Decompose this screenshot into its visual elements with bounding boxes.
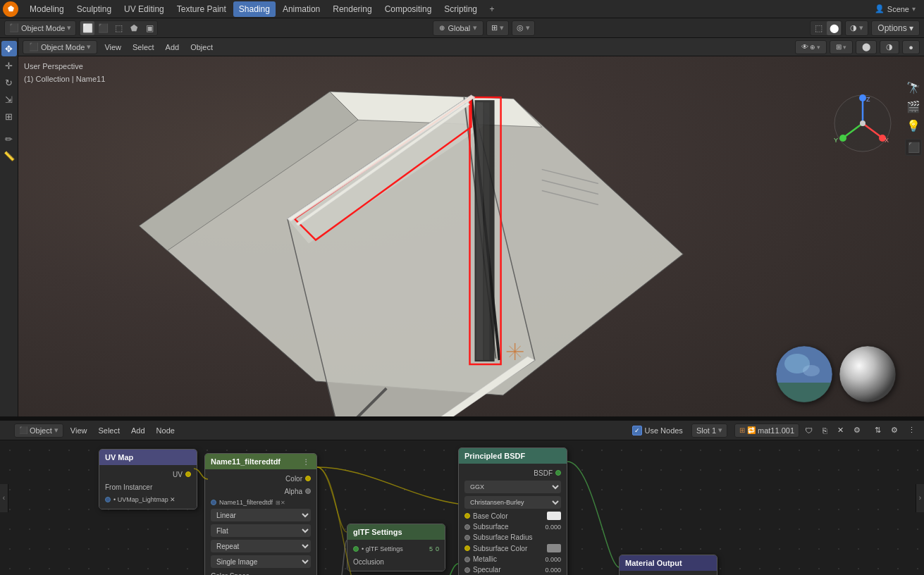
viewport-mode-btn[interactable]: ⬛ Object Mode ▾ — [23, 40, 97, 54]
wireframe-toggle[interactable]: ⬚ — [811, 21, 825, 35]
material-shield-btn[interactable]: 🛡 — [801, 423, 817, 438]
viewport-add-btn[interactable]: Add — [161, 40, 184, 54]
interpolation-select[interactable]: Linear — [211, 509, 311, 521]
transform-orientation-dropdown[interactable]: ⊕ Global ▾ — [433, 20, 483, 36]
viewport-square-btn[interactable]: ⬛ — [905, 139, 922, 156]
bsdf-cb-select[interactable]: Christansen-Burley — [464, 496, 561, 509]
gltf-in-socket[interactable] — [353, 546, 359, 552]
uv-output-socket[interactable] — [185, 471, 191, 477]
image-texture-node[interactable]: Name11_filteredtdf ⋮ Color Alpha Name11_… — [204, 453, 317, 575]
extra-select-btn[interactable]: ⬟ — [127, 21, 141, 35]
sub-color-swatch[interactable] — [547, 544, 561, 552]
base-color-socket[interactable] — [464, 513, 470, 519]
solid-toggle[interactable]: ⬤ — [827, 21, 841, 35]
color-out-socket[interactable] — [305, 476, 311, 481]
node-add-btn[interactable]: Add — [127, 423, 149, 438]
projection-select[interactable]: Flat — [211, 524, 311, 537]
select-all-btn[interactable]: ▣ — [142, 21, 156, 35]
viewport-overlay-btn[interactable]: 👁 ⊕ ▾ — [795, 40, 827, 54]
repeat-select[interactable]: Repeat — [211, 540, 311, 552]
alpha-out-socket[interactable] — [305, 488, 311, 494]
material-output-node[interactable]: Material Output All Surface — [619, 555, 717, 575]
node-editor-left-collapse[interactable]: ‹ — [0, 484, 8, 512]
material-copy-btn[interactable]: ⎘ — [818, 423, 832, 438]
material-delete-btn[interactable]: ✕ — [833, 423, 848, 438]
viewport-shading-render-btn[interactable]: ● — [902, 40, 920, 54]
menu-item-texture-paint[interactable]: Texture Paint — [171, 1, 232, 17]
viewport-camera-btn[interactable]: 🎬 — [905, 98, 922, 115]
annotate-tool[interactable]: ✏ — [1, 131, 17, 147]
img-node-extra[interactable]: ⋮ — [301, 457, 311, 466]
node-editor-sync-btn[interactable]: ⇅ — [870, 423, 885, 438]
lasso-select-btn[interactable]: ⬚ — [111, 21, 125, 35]
snap-toggle[interactable]: ⊞ ▾ — [486, 20, 509, 36]
cursor-tool[interactable]: ✥ — [1, 41, 17, 56]
viewport-select-btn[interactable]: Select — [128, 40, 159, 54]
img-in-socket[interactable] — [211, 500, 216, 505]
scale-tool[interactable]: ⇲ — [1, 92, 17, 107]
node-mode-label: Object — [30, 426, 52, 435]
circle-select-btn[interactable]: ⬛ — [96, 21, 110, 35]
viewport-shading-extra[interactable]: ◑ ▾ — [845, 20, 868, 36]
proportional-editing-btn[interactable]: ◎ ▾ — [512, 20, 535, 36]
svg-rect-11 — [484, 102, 490, 360]
menu-item-shading[interactable]: Shading — [233, 1, 276, 17]
measure-tool[interactable]: 📏 — [1, 148, 17, 163]
scene-label: Scene — [887, 5, 909, 13]
uv-map-node[interactable]: UV Map UV From Instancer • UVMap_Lightma… — [99, 449, 197, 509]
options-button[interactable]: Options ▾ — [871, 20, 920, 36]
menu-item-animation[interactable]: Animation — [277, 1, 326, 17]
specular-socket[interactable] — [464, 567, 470, 573]
menu-item-sculpting[interactable]: Sculpting — [71, 1, 117, 17]
node-view-btn[interactable]: View — [66, 423, 92, 438]
viewport-lock-btn[interactable]: 🔭 — [905, 79, 922, 96]
node-editor-extra-btn[interactable]: ⋮ — [904, 423, 920, 438]
add-workspace-button[interactable]: + — [484, 1, 500, 17]
menu-item-rendering[interactable]: Rendering — [327, 1, 377, 17]
viewport-object-btn[interactable]: Object — [186, 40, 217, 54]
node-img-btns: ⊞✕ — [276, 500, 285, 506]
menu-item-compositing[interactable]: Compositing — [379, 1, 438, 17]
bsdf-ggx-select[interactable]: GGX — [464, 481, 561, 493]
gltf-settings-label: • glTF Settings — [362, 545, 403, 552]
viewport-view-btn[interactable]: View — [100, 40, 125, 54]
viewport-canvas[interactable]: User Perspective (1) Collection | Name11 — [18, 56, 924, 416]
environment-preview-ball — [776, 346, 832, 402]
use-nodes-checkbox[interactable]: ✓ — [632, 426, 642, 435]
viewport-3d[interactable]: ⬛ Object Mode ▾ View Select Add Object 👁… — [18, 38, 924, 416]
use-nodes-toggle[interactable]: ✓ Use Nodes — [632, 426, 682, 435]
subsurface-socket[interactable] — [464, 524, 470, 530]
navigation-gizmo[interactable]: Z X Y — [831, 92, 894, 157]
node-canvas[interactable]: UV Map UV From Instancer • UVMap_Lightma… — [0, 440, 924, 575]
mode-menu-button[interactable]: ⬛ Object Mode ▾ — [4, 20, 76, 36]
viewport-light-btn[interactable]: 💡 — [905, 117, 922, 134]
base-color-swatch[interactable] — [547, 512, 561, 520]
sub-radius-socket[interactable] — [464, 535, 470, 540]
principled-bsdf-node[interactable]: Principled BSDF BSDF GGX Christanse — [458, 447, 567, 575]
menu-item-uv-editing[interactable]: UV Editing — [118, 1, 170, 17]
node-node-btn[interactable]: Node — [152, 423, 179, 438]
sub-radius-label: Subsurface Radius — [473, 533, 533, 541]
viewport-shading-solid-btn[interactable]: ⬤ — [856, 40, 877, 54]
bsdf-out-socket[interactable] — [555, 470, 561, 476]
uv-uvmap-socket[interactable] — [105, 497, 111, 502]
slot-dropdown[interactable]: Slot 1 ▾ — [691, 423, 727, 438]
gltf-settings-node[interactable]: glTF Settings • glTF Settings 5 0 Occlus… — [347, 524, 445, 571]
transform-tool[interactable]: ⊞ — [1, 109, 17, 124]
menu-item-scripting[interactable]: Scripting — [438, 1, 483, 17]
node-editor-settings-btn[interactable]: ⚙ — [887, 423, 902, 438]
menu-item-modeling[interactable]: Modeling — [24, 1, 70, 17]
viewport-shading-material-btn[interactable]: ◑ — [880, 40, 899, 54]
material-name-field[interactable]: ⊞ 🔁 mat11.001 — [734, 423, 799, 438]
move-tool[interactable]: ✛ — [1, 58, 17, 73]
rotate-tool[interactable]: ↻ — [1, 75, 17, 90]
box-select-btn[interactable]: ⬜ — [80, 21, 94, 35]
node-select-btn[interactable]: Select — [94, 423, 124, 438]
material-browse-btn[interactable]: ⚙ — [849, 423, 865, 438]
viewport-gizmo-btn[interactable]: ⊞ ▾ — [830, 40, 853, 54]
node-editor-right-collapse[interactable]: › — [916, 484, 924, 512]
node-mode-dropdown[interactable]: ⬛ Object ▾ — [14, 423, 63, 438]
sub-color-socket[interactable] — [464, 545, 470, 551]
src-select[interactable]: Single Image — [211, 555, 311, 568]
metallic-socket[interactable] — [464, 557, 470, 562]
